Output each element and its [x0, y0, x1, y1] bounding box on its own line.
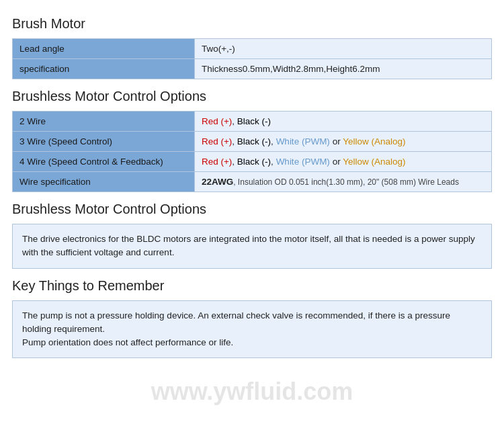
red-plus: Red (+) [202, 157, 232, 167]
table-row: specification Thickness0.5mm,Width2.8mm,… [13, 59, 492, 79]
black-minus: Black (-) [237, 136, 271, 146]
key-things-box: The pump is not a pressure holding devic… [12, 300, 492, 359]
wire-spec-detail: , Insulation OD 0.051 inch(1.30 mm), 20"… [233, 177, 459, 187]
4wire-label: 4 Wire (Speed Control & Feedback) [13, 152, 195, 172]
yellow-analog: Yellow (Analog) [343, 136, 405, 146]
brush-motor-table: Lead angle Two(+,-) specification Thickn… [12, 38, 492, 79]
red-plus: Red (+) [202, 116, 232, 126]
table-row: 3 Wire (Speed Control) Red (+), Black (-… [13, 132, 492, 152]
watermark: www.ywfluid.com [151, 378, 353, 406]
red-plus: Red (+) [202, 136, 232, 146]
yellow-analog: Yellow (Analog) [343, 157, 405, 167]
brushless-control-table: 2 Wire Red (+), Black (-) 3 Wire (Speed … [12, 111, 492, 192]
2wire-label: 2 Wire [13, 112, 195, 132]
wire-spec-awg: 22AWG [202, 177, 233, 187]
table-row: Wire specification 22AWG, Insulation OD … [13, 172, 492, 192]
black-minus: Black (-) [237, 157, 271, 167]
white-pwm: White (PWM) [276, 136, 330, 146]
key-things-line1: The pump is not a pressure holding devic… [22, 309, 482, 337]
3wire-value: Red (+), Black (-), White (PWM) or Yello… [194, 132, 491, 152]
wire-spec-label: Wire specification [13, 172, 195, 192]
lead-angle-value: Two(+,-) [194, 39, 491, 59]
black-minus: Black (-) [237, 116, 271, 126]
specification-value: Thickness0.5mm,Width2.8mm,Height6.2mm [194, 59, 491, 79]
table-row: 2 Wire Red (+), Black (-) [13, 112, 492, 132]
wire-spec-value: 22AWG, Insulation OD 0.051 inch(1.30 mm)… [194, 172, 491, 192]
table-row: Lead angle Two(+,-) [13, 39, 492, 59]
lead-angle-label: Lead angle [13, 39, 195, 59]
brush-motor-title: Brush Motor [12, 16, 492, 33]
specification-label: specification [13, 59, 195, 79]
white-pwm: White (PWM) [276, 157, 330, 167]
4wire-value: Red (+), Black (-), White (PWM) or Yello… [194, 152, 491, 172]
brushless-info-text: The drive electronics for the BLDC motor… [22, 232, 482, 260]
brushless-info-title: Brushless Motor Control Options [12, 202, 492, 218]
table-row: 4 Wire (Speed Control & Feedback) Red (+… [13, 152, 492, 172]
2wire-value: Red (+), Black (-) [194, 112, 491, 132]
3wire-label: 3 Wire (Speed Control) [13, 132, 195, 152]
key-things-line2: Pump orientation does not affect perform… [22, 336, 482, 349]
brushless-info-box: The drive electronics for the BLDC motor… [12, 224, 492, 269]
key-things-title: Key Things to Remember [12, 278, 492, 295]
brushless-control-title: Brushless Motor Control Options [12, 89, 492, 105]
